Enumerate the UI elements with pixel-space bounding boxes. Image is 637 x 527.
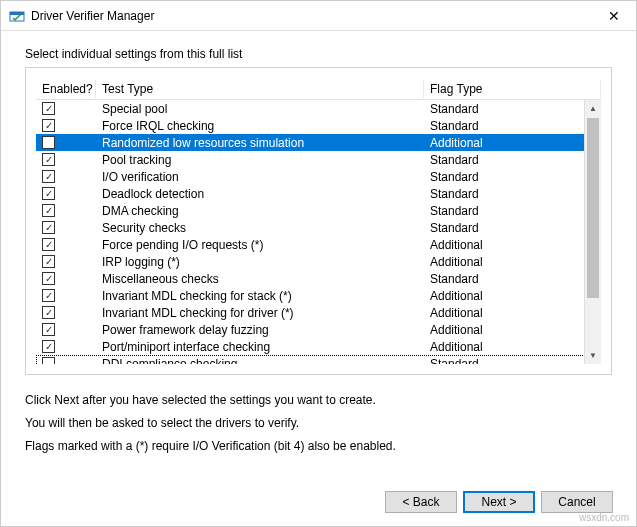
- note-line-1: Click Next after you have selected the s…: [25, 389, 612, 412]
- checkbox-cell[interactable]: [36, 136, 96, 149]
- checkbox-cell[interactable]: ✓: [36, 119, 96, 132]
- close-icon: ✕: [608, 8, 620, 24]
- scroll-down-button[interactable]: ▼: [585, 347, 601, 364]
- checkbox-icon[interactable]: [42, 357, 55, 364]
- content-area: Select individual settings from this ful…: [1, 31, 636, 457]
- checkbox-icon[interactable]: [42, 136, 55, 149]
- checkbox-cell[interactable]: ✓: [36, 238, 96, 251]
- test-type-cell: Pool tracking: [96, 153, 424, 167]
- flag-type-cell: Additional: [424, 136, 601, 150]
- checkbox-cell[interactable]: ✓: [36, 306, 96, 319]
- test-type-cell: Force pending I/O requests (*): [96, 238, 424, 252]
- checkbox-cell[interactable]: ✓: [36, 170, 96, 183]
- checkbox-icon[interactable]: ✓: [42, 204, 55, 217]
- checkbox-icon[interactable]: ✓: [42, 221, 55, 234]
- table-row[interactable]: ✓Miscellaneous checksStandard: [36, 270, 601, 287]
- test-type-cell: Randomized low resources simulation: [96, 136, 424, 150]
- checkbox-icon[interactable]: ✓: [42, 340, 55, 353]
- table-row[interactable]: DDI compliance checkingStandard: [36, 355, 601, 364]
- flag-type-cell: Additional: [424, 340, 601, 354]
- table-row[interactable]: Randomized low resources simulationAddit…: [36, 134, 601, 151]
- list-body: ✓Special poolStandard✓Force IRQL checkin…: [36, 100, 601, 364]
- button-bar: < Back Next > Cancel: [385, 491, 613, 513]
- table-row[interactable]: ✓Force pending I/O requests (*)Additiona…: [36, 236, 601, 253]
- table-row[interactable]: ✓Invariant MDL checking for stack (*)Add…: [36, 287, 601, 304]
- test-type-cell: DDI compliance checking: [96, 357, 424, 365]
- scrollbar[interactable]: ▲ ▼: [584, 100, 601, 364]
- flag-type-cell: Standard: [424, 153, 601, 167]
- checkbox-icon[interactable]: ✓: [42, 238, 55, 251]
- list-header: Enabled? Test Type Flag Type: [36, 78, 601, 100]
- test-type-cell: DMA checking: [96, 204, 424, 218]
- window-title: Driver Verifier Manager: [31, 9, 591, 23]
- table-row[interactable]: ✓DMA checkingStandard: [36, 202, 601, 219]
- checkbox-cell[interactable]: ✓: [36, 187, 96, 200]
- note-line-3: Flags marked with a (*) require I/O Veri…: [25, 435, 612, 458]
- checkbox-icon[interactable]: ✓: [42, 170, 55, 183]
- flag-type-cell: Additional: [424, 323, 601, 337]
- table-row[interactable]: ✓Power framework delay fuzzingAdditional: [36, 321, 601, 338]
- checkbox-cell[interactable]: ✓: [36, 255, 96, 268]
- test-type-cell: Special pool: [96, 102, 424, 116]
- settings-list[interactable]: Enabled? Test Type Flag Type ✓Special po…: [36, 78, 601, 364]
- checkbox-cell[interactable]: ✓: [36, 323, 96, 336]
- checkbox-icon[interactable]: ✓: [42, 255, 55, 268]
- table-row[interactable]: ✓Deadlock detectionStandard: [36, 185, 601, 202]
- table-row[interactable]: ✓Pool trackingStandard: [36, 151, 601, 168]
- instruction-label: Select individual settings from this ful…: [25, 47, 612, 61]
- flag-type-cell: Standard: [424, 170, 601, 184]
- checkbox-icon[interactable]: ✓: [42, 119, 55, 132]
- flag-type-cell: Standard: [424, 221, 601, 235]
- flag-type-cell: Additional: [424, 306, 601, 320]
- flag-type-cell: Standard: [424, 272, 601, 286]
- checkbox-icon[interactable]: ✓: [42, 289, 55, 302]
- close-button[interactable]: ✕: [591, 1, 636, 31]
- checkbox-cell[interactable]: ✓: [36, 272, 96, 285]
- checkbox-icon[interactable]: ✓: [42, 323, 55, 336]
- svg-rect-1: [10, 12, 24, 15]
- table-row[interactable]: ✓Special poolStandard: [36, 100, 601, 117]
- checkbox-cell[interactable]: [36, 357, 96, 364]
- checkbox-cell[interactable]: ✓: [36, 153, 96, 166]
- watermark: wsxdn.com: [579, 512, 629, 523]
- cancel-button[interactable]: Cancel: [541, 491, 613, 513]
- flag-type-cell: Additional: [424, 289, 601, 303]
- checkbox-cell[interactable]: ✓: [36, 221, 96, 234]
- titlebar: Driver Verifier Manager ✕: [1, 1, 636, 31]
- column-test-type[interactable]: Test Type: [96, 80, 424, 98]
- checkbox-icon[interactable]: ✓: [42, 272, 55, 285]
- checkbox-icon[interactable]: ✓: [42, 306, 55, 319]
- next-button[interactable]: Next >: [463, 491, 535, 513]
- flag-type-cell: Standard: [424, 204, 601, 218]
- checkbox-cell[interactable]: ✓: [36, 340, 96, 353]
- column-flag-type[interactable]: Flag Type: [424, 80, 601, 98]
- table-row[interactable]: ✓Invariant MDL checking for driver (*)Ad…: [36, 304, 601, 321]
- notes: Click Next after you have selected the s…: [25, 389, 612, 457]
- test-type-cell: Invariant MDL checking for driver (*): [96, 306, 424, 320]
- back-button[interactable]: < Back: [385, 491, 457, 513]
- test-type-cell: Power framework delay fuzzing: [96, 323, 424, 337]
- table-row[interactable]: ✓IRP logging (*)Additional: [36, 253, 601, 270]
- flag-type-cell: Standard: [424, 119, 601, 133]
- table-row[interactable]: ✓Security checksStandard: [36, 219, 601, 236]
- test-type-cell: Deadlock detection: [96, 187, 424, 201]
- table-row[interactable]: ✓Force IRQL checkingStandard: [36, 117, 601, 134]
- flag-type-cell: Standard: [424, 102, 601, 116]
- scroll-up-button[interactable]: ▲: [585, 100, 601, 117]
- checkbox-cell[interactable]: ✓: [36, 102, 96, 115]
- column-enabled[interactable]: Enabled?: [36, 80, 96, 98]
- checkbox-cell[interactable]: ✓: [36, 289, 96, 302]
- test-type-cell: Miscellaneous checks: [96, 272, 424, 286]
- checkbox-icon[interactable]: ✓: [42, 102, 55, 115]
- checkbox-icon[interactable]: ✓: [42, 187, 55, 200]
- test-type-cell: Force IRQL checking: [96, 119, 424, 133]
- scroll-thumb[interactable]: [587, 118, 599, 298]
- table-row[interactable]: ✓I/O verificationStandard: [36, 168, 601, 185]
- table-row[interactable]: ✓Port/miniport interface checkingAdditio…: [36, 338, 601, 355]
- checkbox-icon[interactable]: ✓: [42, 153, 55, 166]
- list-frame: Enabled? Test Type Flag Type ✓Special po…: [25, 67, 612, 375]
- note-line-2: You will then be asked to select the dri…: [25, 412, 612, 435]
- flag-type-cell: Standard: [424, 357, 601, 365]
- checkbox-cell[interactable]: ✓: [36, 204, 96, 217]
- flag-type-cell: Additional: [424, 255, 601, 269]
